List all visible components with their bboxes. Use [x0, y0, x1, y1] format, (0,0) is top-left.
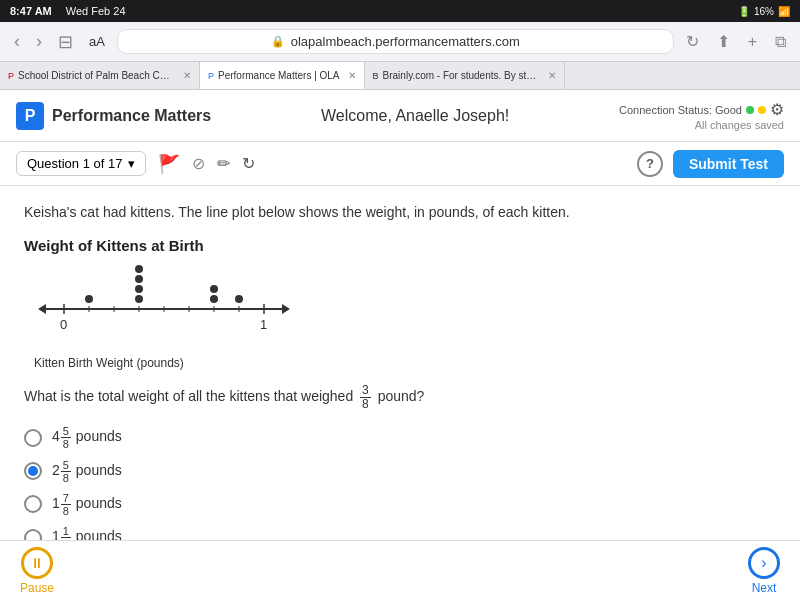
- status-dot: [746, 106, 754, 114]
- flag-icon[interactable]: 🚩: [158, 153, 180, 175]
- content-area: Keisha's cat had kittens. The line plot …: [0, 186, 800, 576]
- tab1-favicon: P: [8, 71, 14, 81]
- svg-text:0: 0: [60, 317, 67, 332]
- battery-icon: 🔋: [738, 6, 750, 17]
- question-intro: Keisha's cat had kittens. The line plot …: [24, 202, 776, 223]
- svg-point-14: [85, 295, 93, 303]
- tab3-label: Brainly.com - For students. By students.: [383, 70, 540, 81]
- refresh-icon[interactable]: ↻: [242, 154, 255, 173]
- lock-icon: 🔒: [271, 35, 285, 48]
- chart-title: Weight of Kittens at Birth: [24, 237, 776, 254]
- submit-test-button[interactable]: Submit Test: [673, 150, 784, 178]
- answer-prompt: What is the total weight of all the kitt…: [24, 384, 776, 411]
- question-fraction: 3 8: [360, 384, 371, 411]
- tab1-close[interactable]: ✕: [183, 70, 191, 81]
- nav-actions: ↻ ⬆ + ⧉: [682, 32, 790, 51]
- x-axis-label: Kitten Birth Weight (pounds): [34, 356, 776, 370]
- next-label: Next: [752, 581, 777, 595]
- chart-container: Weight of Kittens at Birth 0 1: [24, 237, 776, 370]
- back-button[interactable]: ‹: [10, 31, 24, 52]
- svg-point-21: [235, 295, 243, 303]
- svg-point-18: [135, 265, 143, 273]
- forward-button[interactable]: ›: [32, 31, 46, 52]
- dropdown-arrow: ▾: [128, 156, 135, 171]
- share-button[interactable]: ⬆: [713, 32, 734, 51]
- option-2[interactable]: 258 pounds: [24, 459, 776, 484]
- tab2-label: Performance Matters | OLA: [218, 70, 340, 81]
- pause-icon: ⏸: [21, 547, 53, 579]
- question-toolbar: Question 1 of 17 ▾ 🚩 ⊘ ✏ ↻ ? Submit Test: [0, 142, 800, 186]
- pencil-icon[interactable]: ✏: [217, 154, 230, 173]
- tab3-favicon: B: [373, 71, 379, 81]
- question-label: Question 1 of 17: [27, 156, 122, 171]
- option-3[interactable]: 178 pounds: [24, 492, 776, 517]
- clock: 8:47 AM: [10, 5, 52, 17]
- font-size-button[interactable]: aA: [85, 34, 109, 49]
- url-text: olapalmbeach.performancematters.com: [291, 34, 520, 49]
- options-list: 458 pounds 258 pounds 178 pounds 118 pou…: [24, 425, 776, 550]
- reader-button[interactable]: ⊟: [54, 31, 77, 53]
- radio-2-fill: [28, 466, 38, 476]
- tab2-close[interactable]: ✕: [348, 70, 356, 81]
- welcome-message: Welcome, Anaelle Joseph!: [321, 107, 509, 125]
- svg-point-16: [135, 285, 143, 293]
- no-icon[interactable]: ⊘: [192, 154, 205, 173]
- tab3-close[interactable]: ✕: [548, 70, 556, 81]
- option-1[interactable]: 458 pounds: [24, 425, 776, 450]
- question-selector[interactable]: Question 1 of 17 ▾: [16, 151, 146, 176]
- tabs-button[interactable]: ⧉: [771, 32, 790, 51]
- battery-level: 16%: [754, 6, 774, 17]
- status-dot-2: [758, 106, 766, 114]
- connection-label: Connection Status: Good: [619, 104, 742, 116]
- browser-status-bar: 8:47 AM Wed Feb 24 🔋 16% 📶: [0, 0, 800, 22]
- pause-label: Pause: [20, 581, 54, 595]
- tab-3[interactable]: B Brainly.com - For students. By student…: [365, 62, 565, 89]
- svg-marker-2: [282, 304, 290, 314]
- svg-text:1: 1: [260, 317, 267, 332]
- refresh-button[interactable]: ↻: [682, 32, 703, 51]
- svg-point-20: [210, 285, 218, 293]
- status-icons: 🔋 16% 📶: [738, 6, 790, 17]
- gear-icon[interactable]: ⚙: [770, 100, 784, 119]
- date: Wed Feb 24: [66, 5, 126, 17]
- browser-tabs: P School District of Palm Beach County S…: [0, 62, 800, 90]
- svg-point-19: [210, 295, 218, 303]
- toolbar-right: ? Submit Test: [637, 150, 784, 178]
- radio-2[interactable]: [24, 462, 42, 480]
- connection-status: Connection Status: Good ⚙: [619, 100, 784, 119]
- logo-area: P Performance Matters: [16, 102, 211, 130]
- logo-icon: P: [16, 102, 44, 130]
- browser-nav: ‹ › ⊟ aA 🔒 olapalmbeach.performancematte…: [0, 22, 800, 62]
- radio-3[interactable]: [24, 495, 42, 513]
- tab-2[interactable]: P Performance Matters | OLA ✕: [200, 62, 365, 89]
- svg-point-17: [135, 275, 143, 283]
- address-bar[interactable]: 🔒 olapalmbeach.performancematters.com: [117, 29, 674, 54]
- bottom-bar: ⏸ Pause › Next: [0, 540, 800, 600]
- app-header: P Performance Matters Welcome, Anaelle J…: [0, 90, 800, 142]
- pause-button[interactable]: ⏸ Pause: [20, 547, 54, 595]
- svg-point-15: [135, 295, 143, 303]
- radio-1[interactable]: [24, 429, 42, 447]
- tab2-favicon: P: [208, 71, 214, 81]
- next-icon: ›: [748, 547, 780, 579]
- connection-area: Connection Status: Good ⚙ All changes sa…: [619, 100, 784, 131]
- tab1-label: School District of Palm Beach County Sin…: [18, 70, 175, 81]
- saved-text: All changes saved: [619, 119, 784, 131]
- line-plot: 0 1: [24, 264, 304, 354]
- toolbar-icons: 🚩 ⊘ ✏ ↻: [158, 153, 255, 175]
- wifi-icon: 📶: [778, 6, 790, 17]
- app-name: Performance Matters: [52, 107, 211, 125]
- new-tab-button[interactable]: +: [744, 32, 761, 51]
- help-button[interactable]: ?: [637, 151, 663, 177]
- next-button[interactable]: › Next: [748, 547, 780, 595]
- tab-1[interactable]: P School District of Palm Beach County S…: [0, 62, 200, 89]
